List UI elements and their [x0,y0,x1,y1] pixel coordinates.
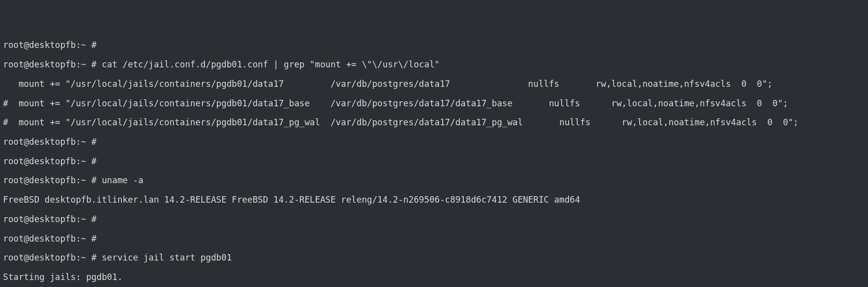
terminal-line: # mount += "/usr/local/jails/containers/… [3,118,865,127]
terminal-line: mount += "/usr/local/jails/containers/pg… [3,79,865,89]
terminal-line: root@desktopfb:~ # [3,215,865,224]
terminal-line: root@desktopfb:~ # [3,137,865,147]
terminal-line: FreeBSD desktopfb.itlinker.lan 14.2-RELE… [3,195,865,205]
terminal-line: root@desktopfb:~ # [3,40,865,50]
terminal-line: root@desktopfb:~ # uname -a [3,176,865,185]
terminal-line: root@desktopfb:~ # cat /etc/jail.conf.d/… [3,60,865,69]
terminal-line: root@desktopfb:~ # [3,234,865,244]
terminal-line: # mount += "/usr/local/jails/containers/… [3,99,865,108]
terminal-line: Starting jails: pgdb01. [3,273,865,282]
terminal-line: root@desktopfb:~ # [3,157,865,166]
terminal-line: root@desktopfb:~ # service jail start pg… [3,253,865,263]
